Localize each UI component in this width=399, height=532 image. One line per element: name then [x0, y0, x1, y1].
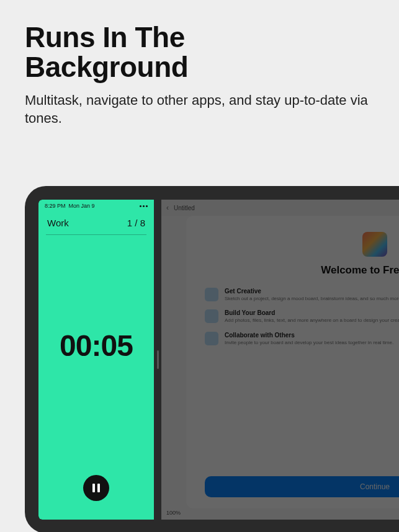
ipad-screen: 8:29 PM Mon Jan 9 Work 1 / 8 00:05: [38, 200, 399, 520]
continue-button[interactable]: Continue: [205, 476, 399, 497]
timer-time: 00:05: [38, 235, 154, 475]
back-chevron-icon[interactable]: ‹: [166, 203, 169, 212]
pause-button[interactable]: [83, 475, 109, 501]
feature-title: Collaborate with Others: [225, 332, 393, 339]
divider-handle-icon: [157, 350, 159, 369]
feature-body: Invite people to your board and develop …: [225, 340, 393, 346]
document-title[interactable]: Untitled: [174, 205, 195, 211]
feature-body: Add photos, files, links, text, and more…: [225, 317, 399, 324]
timer-header: Work 1 / 8: [38, 209, 154, 234]
secondary-app: ‹ Untitled Welcome to Freeform Get Creat…: [161, 200, 399, 520]
welcome-modal: Welcome to Freeform Get Creative Sketch …: [186, 216, 399, 508]
status-time: 8:29 PM Mon Jan 9: [45, 203, 95, 209]
feature-row: Collaborate with Others Invite people to…: [205, 332, 399, 346]
board-icon: [205, 309, 218, 323]
welcome-title: Welcome to Freeform: [321, 264, 399, 277]
pencil-icon: [205, 288, 218, 301]
feature-row: Build Your Board Add photos, files, link…: [205, 309, 399, 324]
hero-subtitle: Multitask, navigate to other apps, and s…: [25, 91, 374, 128]
toolbar: ‹ Untitled: [161, 200, 399, 216]
feature-title: Get Creative: [225, 288, 399, 295]
people-icon: [205, 332, 218, 345]
timer-label: Work: [47, 218, 69, 228]
feature-title: Build Your Board: [225, 309, 399, 316]
feature-body: Sketch out a project, design a mood boar…: [225, 296, 399, 302]
status-bar: 8:29 PM Mon Jan 9: [38, 200, 154, 209]
timer-app: 8:29 PM Mon Jan 9 Work 1 / 8 00:05: [38, 200, 154, 520]
hero-title: Runs In The Background: [25, 22, 374, 82]
status-indicators: [140, 205, 148, 207]
split-divider[interactable]: [154, 200, 161, 520]
pause-icon: [92, 484, 100, 492]
zoom-level[interactable]: 100%: [166, 510, 181, 516]
ipad-frame: 8:29 PM Mon Jan 9 Work 1 / 8 00:05: [25, 186, 399, 532]
timer-round: 1 / 8: [127, 218, 145, 228]
freeform-logo-icon: [362, 232, 387, 257]
feature-row: Get Creative Sketch out a project, desig…: [205, 288, 399, 302]
